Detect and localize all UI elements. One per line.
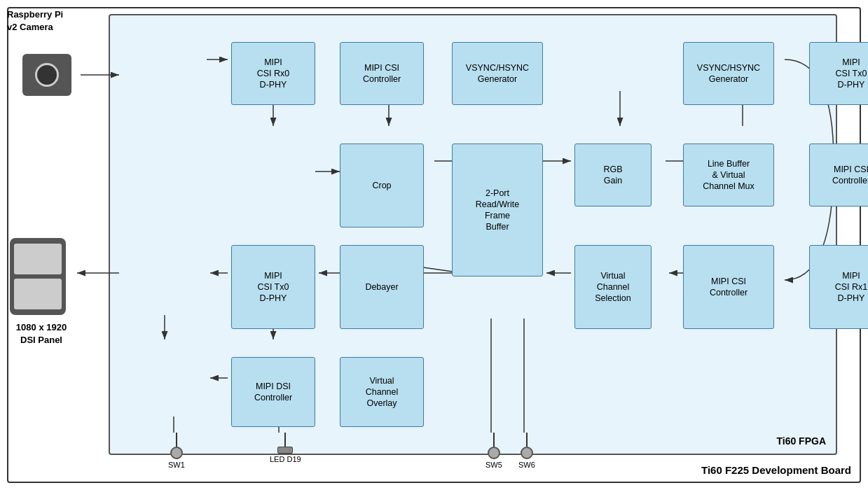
sw6-switch[interactable] xyxy=(521,447,533,459)
block-virtual_ch_sel: Virtual Channel Selection xyxy=(574,245,652,329)
block-line_buffer: Line Buffer & Virtual Channel Mux xyxy=(683,144,774,206)
panel-label: 1080 x 1920DSI Panel xyxy=(10,321,73,346)
sw6-indicator: SW6 xyxy=(518,433,535,469)
board-label: Ti60 F225 Development Board xyxy=(701,464,851,476)
block-mipi_dsi_ctrl: MIPI DSI Controller xyxy=(231,357,315,427)
camera-label: Raspberry Piv2 Camera xyxy=(7,8,63,34)
block-crop: Crop xyxy=(340,144,424,227)
led-d19-indicator: LED D19 xyxy=(270,433,301,463)
block-debayer: Debayer xyxy=(340,245,424,329)
block-mipi_csi_ctrl3: MIPI CSI Controller xyxy=(683,245,774,329)
fpga-label: Ti60 FPGA xyxy=(776,435,826,447)
sw5-switch[interactable] xyxy=(488,447,500,459)
block-virtual_ch_overlay: Virtual Channel Overlay xyxy=(340,357,424,427)
dsi-panel: 1080 x 1920DSI Panel xyxy=(10,238,66,315)
block-vsync_gen1: VSYNC/HSYNC Generator xyxy=(452,42,543,105)
panel-screen1 xyxy=(14,244,62,274)
block-vsync_gen2: VSYNC/HSYNC Generator xyxy=(683,42,774,105)
sw5-label: SW5 xyxy=(485,461,502,469)
block-mipi_csi_tx0_bot: MIPI CSI Tx0 D-PHY xyxy=(231,245,315,329)
block-mipi_csi_ctrl1: MIPI CSI Controller xyxy=(340,42,424,105)
camera-icon xyxy=(22,54,71,96)
camera-lens xyxy=(35,63,59,87)
panel-icon xyxy=(10,238,66,315)
sw1-label: SW1 xyxy=(168,461,185,469)
block-mipi_csi_rx1: MIPI CSI Rx1 D-PHY xyxy=(809,245,868,329)
led-d19 xyxy=(277,447,293,454)
sw6-label: SW6 xyxy=(518,461,535,469)
sw5-indicator: SW5 xyxy=(485,433,502,469)
block-rgb_gain: RGB Gain xyxy=(574,144,652,206)
camera-box xyxy=(15,43,78,106)
panel-screen2 xyxy=(14,279,62,309)
sw1-switch[interactable] xyxy=(170,447,183,459)
sw1-indicator: SW1 xyxy=(168,433,185,469)
diagram-container: Ti60 F225 Development Board Raspberry Pi… xyxy=(0,0,868,490)
block-mipi_csi_rx0: MIPI CSI Rx0 D-PHY xyxy=(231,42,315,105)
block-mipi_csi_ctrl2: MIPI CSI Controller xyxy=(809,144,868,206)
block-frame_buffer: 2-Port Read/Write Frame Buffer xyxy=(452,144,543,276)
led-d19-label: LED D19 xyxy=(270,455,301,463)
block-mipi_csi_tx0_top: MIPI CSI Tx0 D-PHY xyxy=(809,42,868,105)
